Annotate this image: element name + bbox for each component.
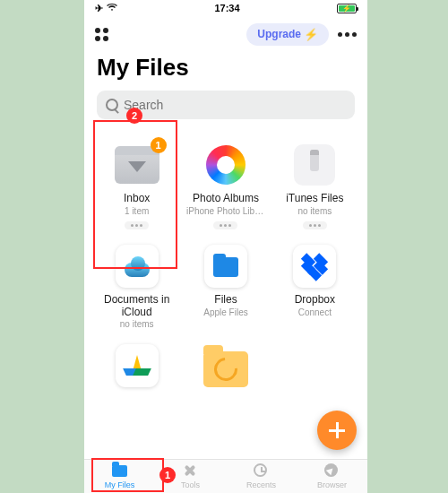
- gdrive-icon: [116, 344, 159, 387]
- tab-tools[interactable]: Tools: [155, 460, 226, 493]
- tile-downloads[interactable]: [182, 338, 269, 399]
- more-icon[interactable]: [338, 32, 357, 37]
- tile-name: Photo Albums: [193, 193, 259, 205]
- tile-sub: Connect: [298, 307, 332, 317]
- tile-sub: no items: [120, 319, 154, 329]
- battery-icon: ⚡: [337, 4, 357, 13]
- tile-name: iTunes Files: [286, 193, 343, 205]
- tab-browser[interactable]: Browser: [297, 460, 367, 493]
- phone-frame: ✈ 17:34 ⚡ Upgrade ⚡ My Files 1 Inbox: [84, 0, 367, 493]
- search-icon: [106, 99, 118, 111]
- tile-photo-albums[interactable]: Photo Albums iPhone Photo Libra...: [182, 137, 269, 235]
- tab-label: Recents: [246, 480, 276, 489]
- tile-name: Files: [214, 294, 237, 307]
- upgrade-label: Upgrade: [257, 28, 301, 40]
- icloud-icon: [116, 245, 159, 288]
- wifi-icon: [107, 3, 117, 13]
- upgrade-button[interactable]: Upgrade ⚡: [246, 23, 329, 46]
- page-title: My Files: [84, 54, 367, 82]
- bolt-icon: ⚡: [304, 28, 318, 41]
- status-time: 17:34: [214, 3, 239, 13]
- top-bar: Upgrade ⚡: [84, 18, 367, 50]
- tile-sub: Apple Files: [203, 307, 247, 317]
- tile-more-icon[interactable]: [213, 221, 237, 229]
- tile-name: Documents in iCloud: [98, 294, 177, 319]
- tools-icon: [183, 463, 197, 478]
- search-input[interactable]: [124, 98, 346, 112]
- fab-add-button[interactable]: [317, 411, 357, 450]
- tile-sub: 1 item: [125, 206, 149, 216]
- grip-icon[interactable]: [95, 28, 108, 41]
- search-bar[interactable]: [97, 91, 355, 119]
- clock-icon: [254, 463, 267, 477]
- tile-name: Dropbox: [295, 294, 335, 307]
- tile-sub: iPhone Photo Libra...: [186, 206, 265, 216]
- status-bar: ✈ 17:34 ⚡: [84, 0, 367, 16]
- tile-more-icon[interactable]: [125, 221, 149, 229]
- tile-documents-icloud[interactable]: Documents in iCloud no items: [93, 238, 180, 335]
- tile-sub: no items: [297, 206, 332, 216]
- dropbox-icon: [293, 245, 336, 288]
- tile-inbox[interactable]: 1 Inbox 1 item: [93, 137, 180, 235]
- itunes-icon: [294, 144, 335, 186]
- compass-icon: [324, 463, 338, 477]
- airplane-icon: ✈: [95, 3, 103, 14]
- tile-more-icon[interactable]: [303, 221, 327, 229]
- tab-label: Browser: [317, 480, 347, 489]
- tile-itunes-files[interactable]: iTunes Files no items: [271, 137, 358, 235]
- photos-icon: [206, 145, 246, 185]
- tab-bar: My Files Tools Recents Browser: [84, 459, 367, 493]
- tab-recents[interactable]: Recents: [226, 460, 297, 493]
- inbox-icon: [115, 146, 159, 184]
- badge: 1: [151, 137, 167, 153]
- tile-dropbox[interactable]: Dropbox Connect: [271, 238, 358, 335]
- folder-icon: [112, 465, 127, 477]
- tab-label: Tools: [181, 480, 200, 489]
- tile-name: Inbox: [124, 193, 150, 205]
- tiles-grid: 1 Inbox 1 item Photo Albums iPhone Photo…: [84, 128, 367, 399]
- tab-my-files[interactable]: My Files: [84, 460, 155, 493]
- folder-icon: [203, 351, 248, 387]
- tab-label: My Files: [105, 480, 135, 489]
- tile-files[interactable]: Files Apple Files: [182, 238, 269, 335]
- files-icon: [204, 245, 247, 288]
- tile-gdrive[interactable]: [93, 338, 180, 399]
